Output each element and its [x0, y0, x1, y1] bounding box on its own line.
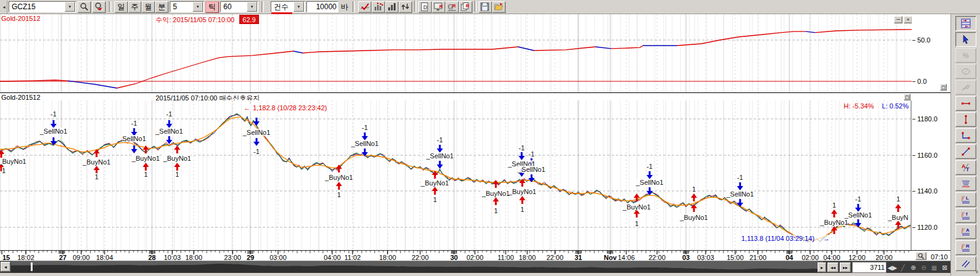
zoom-in-icon[interactable]: ⊕ — [909, 262, 918, 272]
equity-axis-label: 0.0 — [917, 78, 926, 85]
navigator-bar-count-input[interactable] — [852, 262, 886, 273]
time-zoom-button[interactable] — [915, 252, 926, 260]
fib-fan-tool-icon: f/A — [961, 227, 971, 237]
toolbar-separator — [261, 1, 264, 12]
current-time-label: 07:10 — [931, 253, 948, 261]
doc-d-button[interactable]: D — [418, 1, 432, 13]
equity-y-axis: 50.00.0 — [912, 14, 950, 92]
price-panel-header: Gold-201512 2015/11/05 07:10:00 매수신호유지 ▢ — [0, 92, 950, 101]
panel-restore-button[interactable]: ▢ — [940, 84, 947, 91]
toolbar-separator — [414, 1, 416, 12]
drawing-toolbar: %ATf/Lf/ff/Af/R — [950, 14, 980, 276]
navigator-play-button[interactable]: ▸ — [818, 262, 826, 272]
equity-chart[interactable] — [0, 14, 912, 92]
search-run-button[interactable] — [92, 1, 106, 13]
chevron-down-icon[interactable]: ▼ — [65, 2, 75, 12]
period-button-group: 일주월분 — [114, 1, 169, 13]
high-percent-label: H: -5.34% — [844, 102, 874, 110]
svg-text:D: D — [423, 4, 428, 10]
polyline-tool-button[interactable] — [955, 128, 976, 143]
price-chart[interactable] — [0, 100, 912, 250]
panel-restore-button[interactable]: ▢ — [904, 94, 910, 100]
period-button-2[interactable]: 월 — [141, 1, 155, 13]
copy-r-button[interactable]: R — [459, 1, 472, 13]
chevron-down-icon[interactable]: ▼ — [247, 2, 257, 12]
open-folder-icon — [493, 2, 504, 12]
tick-size-combo[interactable]: 60 ▼ — [220, 1, 258, 12]
volume-bars-button[interactable] — [385, 1, 399, 13]
navigator-rewind-button[interactable]: ◂◂ — [827, 262, 839, 272]
fib-projection-tool-button[interactable]: f/L — [955, 192, 976, 207]
chart-navigator[interactable]: ◂ ▸◂◂▸▸◀▶╱⊕⊖▦⊠ — [0, 261, 950, 273]
open-folder-button[interactable] — [492, 1, 506, 13]
chart-layout-button[interactable] — [955, 16, 976, 31]
navigator-range-handle[interactable] — [31, 262, 33, 271]
tick-exclaim-button[interactable] — [372, 1, 385, 13]
tick-mode-button[interactable]: 틱 — [205, 1, 219, 13]
count-unit-label: 바 — [340, 2, 349, 12]
svg-text:%: % — [963, 52, 969, 59]
more-tools-icon[interactable]: » — [973, 270, 979, 273]
navigator-forward-button[interactable]: ▸▸ — [840, 262, 851, 272]
price-y-axis: 1180.01160.01140.01120.0 — [912, 100, 950, 250]
main-toolbar: ◂ GCZ15 ▼ 일주월분 5 ▼ 틱 60 ▼ 건수 ▼ 바 DR — [0, 0, 980, 14]
ellipse-tool-icon — [961, 67, 971, 76]
signal-check-button[interactable] — [358, 1, 372, 13]
fib-curve-tool-button[interactable]: f/f — [955, 208, 976, 223]
pointer-icon — [961, 34, 971, 44]
pointer-button[interactable] — [955, 32, 976, 47]
search-icon — [917, 253, 925, 259]
chevron-down-icon[interactable]: ▼ — [293, 2, 304, 12]
percent-tool-button[interactable]: % — [955, 48, 976, 63]
fib-retracement-tool-icon: f/R — [961, 243, 971, 253]
fib-retracement-tool-button[interactable]: f/R — [955, 240, 976, 255]
hline-tool-icon — [961, 99, 971, 108]
count-mode-combo[interactable]: 건수 ▼ — [271, 1, 305, 12]
navigator-scroll-left-icon[interactable]: ◂ — [1, 262, 10, 272]
range-arrows-icon[interactable]: ◀▶ — [888, 262, 897, 272]
chevron-down-icon[interactable]: ▼ — [193, 2, 203, 12]
period-button-0[interactable]: 일 — [114, 1, 128, 13]
polyline-tool-icon — [961, 131, 971, 140]
price-axis-label: 1140.0 — [917, 187, 938, 195]
trendline-tool-button[interactable] — [955, 144, 976, 159]
diagonal-cursor-icon[interactable]: ╱ — [898, 262, 907, 272]
equity-panel: Gold-201512 수익: 2015/11/05 07:10:00 62.9… — [0, 14, 951, 92]
tick-size-value: 60 — [221, 2, 246, 11]
zoom-out-icon[interactable]: ⊖ — [919, 262, 928, 272]
freehand-tool-icon — [961, 83, 971, 92]
svg-text:f/: f/ — [962, 211, 965, 217]
toolbar-separator — [109, 1, 111, 12]
period-button-3[interactable]: 분 — [155, 1, 169, 13]
navigator-minimap[interactable] — [11, 261, 823, 273]
equity-value-badge: 62.9 — [239, 15, 259, 24]
vline-tool-button[interactable] — [955, 112, 976, 127]
freehand-tool-button[interactable] — [955, 80, 976, 95]
svg-text:R: R — [439, 4, 443, 9]
ellipse-tool-button[interactable] — [955, 64, 976, 79]
close-box-icon[interactable]: ⊠ — [940, 262, 949, 272]
close-button[interactable]: × — [904, 16, 912, 23]
toolbar-scroll-left-icon[interactable]: ◂ — [1, 1, 7, 14]
high-annotation: ← 1,182.8 (10/28 23:23:42) — [244, 104, 327, 112]
hline-tool-button[interactable] — [955, 96, 976, 111]
symbol-combo[interactable]: GCZ15 ▼ — [9, 1, 76, 12]
arrow-right-icon: → — [823, 235, 830, 242]
chart-r-button[interactable]: GR — [445, 1, 459, 13]
updown-arrows-icon — [400, 2, 411, 12]
interval-combo[interactable]: 5 ▼ — [170, 1, 204, 12]
price-axis-label: 1160.0 — [917, 152, 938, 159]
screen-r-button[interactable]: R — [432, 1, 445, 13]
fib-lines-tool-button[interactable] — [955, 176, 976, 191]
grid-view-icon[interactable]: ▦ — [930, 262, 939, 272]
updown-arrows-button[interactable] — [399, 1, 412, 13]
search-button[interactable] — [78, 1, 91, 13]
text-tool-button[interactable]: AT — [955, 160, 976, 175]
save-button[interactable] — [479, 1, 492, 13]
parallel-lines-tool-icon — [961, 259, 971, 269]
parallel-lines-tool-button[interactable] — [955, 256, 976, 271]
period-button-1[interactable]: 주 — [128, 1, 141, 13]
fib-fan-tool-button[interactable]: f/A — [955, 224, 976, 239]
bar-count-field[interactable] — [306, 1, 338, 12]
minimize-button[interactable]: ─ — [894, 16, 902, 23]
